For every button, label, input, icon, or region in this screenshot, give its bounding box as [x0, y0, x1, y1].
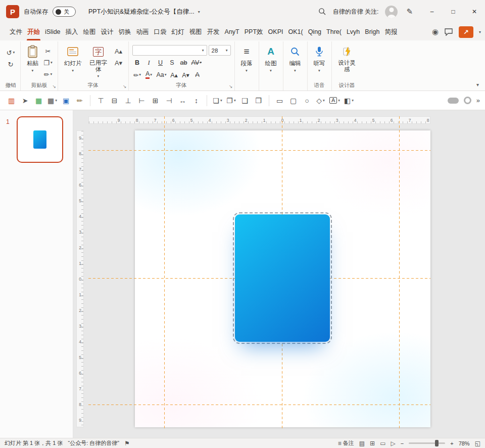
close-button[interactable]: ✕ [464, 0, 485, 23]
comment-icon[interactable] [444, 28, 453, 36]
avatar[interactable] [385, 6, 398, 18]
draw-pen-icon[interactable]: ✎ [406, 7, 413, 16]
tab-文件[interactable]: 文件 [7, 23, 25, 40]
merge-shapes-icon[interactable]: ◧▾ [343, 94, 355, 107]
used-fonts-button[interactable]: 字 已用字体 ▾ [85, 43, 112, 80]
fit-to-window-button[interactable]: ◱ [475, 440, 480, 447]
slideshow-button[interactable]: ▷ [391, 440, 396, 447]
shape-fill-sample-icon[interactable] [448, 98, 459, 104]
dictate-button[interactable]: 听写 ▾ [311, 43, 328, 74]
layout-pane-icon[interactable]: ▣ [60, 94, 72, 107]
tab-视图[interactable]: 视图 [187, 23, 205, 40]
clipboard-dialog-launcher[interactable]: ↘ [52, 84, 56, 89]
design-ideas-button[interactable]: 设计灵感 [335, 43, 359, 74]
highlight-pen-button[interactable]: ✏▾ [132, 70, 142, 80]
decrease-font-size-button[interactable]: A▾ [113, 58, 125, 68]
tab-OKPI[interactable]: OKPI [266, 23, 286, 40]
zoom-in-button[interactable]: + [450, 440, 453, 446]
rounded-rectangle-shape-icon[interactable]: ▢ [287, 94, 300, 107]
tab-幻灯[interactable]: 幻灯 [169, 23, 187, 40]
font-size-combo[interactable]: 28 ▾ [209, 45, 231, 56]
grow-font-button[interactable]: A▴ [169, 70, 179, 80]
minimize-button[interactable]: – [421, 0, 443, 23]
tab-AnyT[interactable]: AnyT [222, 23, 242, 40]
align-bottom-icon[interactable]: ⊥ [122, 94, 134, 107]
align-top-icon[interactable]: ⊤ [94, 94, 107, 107]
tab-PPT效[interactable]: PPT效 [242, 23, 266, 40]
guide-horizontal[interactable] [88, 405, 430, 405]
paragraph-button[interactable]: ≡ 段落 ▾ [238, 43, 255, 74]
underline-button[interactable]: U [156, 58, 166, 68]
blue-rectangle-shape[interactable] [235, 214, 330, 342]
distribute-vertical-icon[interactable]: ↕ [190, 94, 203, 107]
tab-OK1([interactable]: OK1( [285, 23, 305, 40]
search-icon[interactable] [318, 8, 326, 16]
animation-pane-icon[interactable]: ▥ [5, 94, 18, 107]
format-painter-button[interactable]: ✏▾ [42, 69, 54, 79]
send-backward-icon[interactable]: ❒ [252, 94, 265, 107]
maximize-button[interactable]: □ [443, 0, 464, 23]
table-icon[interactable]: ▦ [32, 94, 45, 107]
autosave-toggle[interactable]: 关 [53, 7, 76, 17]
align-right-icon[interactable]: ⊣ [163, 94, 175, 107]
bold-button[interactable]: B [132, 58, 142, 68]
tab-Lvyh[interactable]: Lvyh [344, 23, 362, 40]
tab-Thre([interactable]: Thre( [324, 23, 344, 40]
tab-绘图[interactable]: 绘图 [81, 23, 99, 40]
oval-shape-icon[interactable]: ○ [301, 94, 313, 107]
tab-Qing[interactable]: Qing [306, 23, 324, 40]
record-icon[interactable]: ◉ [432, 27, 439, 36]
font-name-combo[interactable]: ▾ [132, 45, 207, 56]
tab-iSlide[interactable]: iSlide [42, 23, 63, 40]
undo-button[interactable]: ↺▾ [5, 48, 17, 58]
tab-开发[interactable]: 开发 [205, 23, 222, 40]
guide-vertical[interactable] [164, 116, 165, 430]
text-box-icon[interactable]: A▾ [328, 94, 342, 107]
guide-horizontal[interactable] [88, 150, 430, 151]
share-button[interactable]: ↗ [459, 26, 473, 38]
notes-button[interactable]: ≡ 备注 [338, 439, 354, 447]
normal-view-button[interactable]: ▤ [359, 440, 365, 447]
shape-outline-sample-icon[interactable] [464, 97, 471, 104]
zoom-percent[interactable]: 78% [459, 440, 470, 446]
editing-button[interactable]: 编辑 ▾ [287, 43, 304, 74]
align-middle-icon[interactable]: ⊟ [108, 94, 121, 107]
tab-口袋[interactable]: 口袋 [152, 23, 169, 40]
guide-vertical[interactable] [399, 116, 400, 430]
toolbar-overflow-button[interactable]: » [476, 97, 480, 104]
distribute-horizontal-icon[interactable]: ↔ [176, 94, 189, 107]
paste-button[interactable]: 粘贴 ▾ [24, 43, 41, 74]
zoom-slider-thumb[interactable] [435, 440, 439, 446]
share-dropdown-caret-icon[interactable]: ▾ [479, 30, 481, 34]
align-left-icon[interactable]: ⊢ [135, 94, 148, 107]
tab-简报[interactable]: 简报 [382, 23, 400, 40]
slides-font-dialog-launcher[interactable]: ↘ [123, 84, 127, 89]
slide-sorter-button[interactable]: ⊞ [370, 440, 375, 447]
shapes-gallery-icon[interactable]: ◇▾ [314, 94, 327, 107]
tab-动画[interactable]: 动画 [134, 23, 152, 40]
shrink-font-button[interactable]: A▾ [181, 70, 191, 80]
account-follow-label[interactable]: 自律的音律 关注: [333, 8, 379, 16]
zoom-slider[interactable] [409, 442, 445, 444]
zoom-out-button[interactable]: − [401, 440, 404, 446]
font-dialog-launcher[interactable]: ↘ [229, 84, 233, 89]
copy-button[interactable]: ❐▾ [42, 58, 54, 68]
reading-view-button[interactable]: ▭ [380, 440, 385, 447]
align-center-icon[interactable]: ⊞ [149, 94, 162, 107]
increase-font-size-button[interactable]: A▴ [113, 46, 125, 56]
tab-插入[interactable]: 插入 [63, 23, 81, 40]
text-shadow-button[interactable]: S [167, 58, 177, 68]
tab-Brigh[interactable]: Brigh [362, 23, 382, 40]
slides-button[interactable]: 幻灯片 ▾ [62, 43, 84, 74]
document-title[interactable]: PPT小知识&疑难杂症-公众号【自律... ▾ [88, 8, 200, 16]
italic-button[interactable]: I [144, 58, 154, 68]
drawing-button[interactable]: A 绘图 ▾ [263, 43, 279, 74]
insert-table-dropdown-icon[interactable]: ▦▾ [46, 94, 59, 107]
redo-button[interactable]: ↻ [5, 59, 17, 69]
tab-切换[interactable]: 切换 [116, 23, 134, 40]
send-to-back-icon[interactable]: ❐▾ [225, 94, 237, 107]
slide-thumbnail[interactable] [17, 116, 63, 163]
strikethrough-button[interactable]: ab [179, 58, 189, 68]
font-color-button[interactable]: A▾ [144, 70, 154, 80]
change-case-button[interactable]: Aa▾ [156, 70, 168, 80]
